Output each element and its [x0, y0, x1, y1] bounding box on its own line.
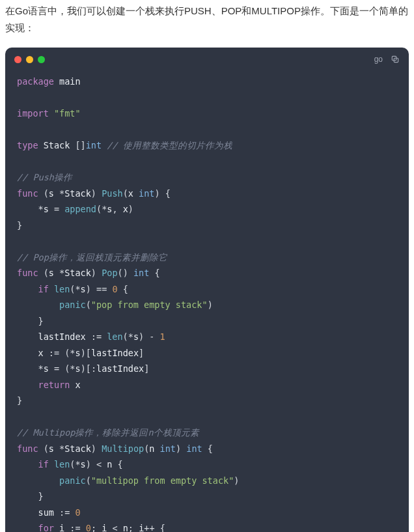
minimize-icon [26, 56, 33, 63]
code-header: go [5, 48, 409, 71]
intro-text: 在Go语言中，我们可以创建一个栈来执行PUSH、POP和MULTIPOP操作。下… [0, 0, 414, 42]
code-block: go package main import "fmt" type Stack … [5, 48, 409, 532]
window-dots [14, 56, 45, 63]
code-language-label: go [374, 55, 383, 64]
maximize-icon [38, 56, 45, 63]
close-icon [14, 56, 21, 63]
code-body: package main import "fmt" type Stack []i… [5, 71, 409, 532]
copy-icon[interactable] [391, 55, 400, 64]
